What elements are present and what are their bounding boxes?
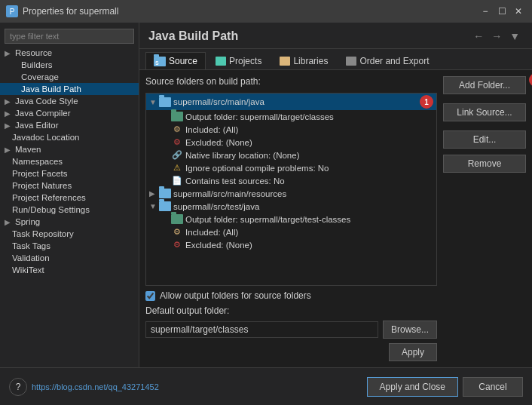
sidebar-item-label: Validation bbox=[12, 253, 50, 262]
tab-order-export[interactable]: Order and Export bbox=[338, 52, 437, 69]
sidebar-item-maven[interactable]: ▶ Maven bbox=[0, 143, 139, 155]
tree-item-label: Excluded: (None) bbox=[185, 138, 252, 147]
sidebar-item-task-tags[interactable]: Task Tags bbox=[0, 240, 139, 252]
gear-icon: ⚙ bbox=[171, 227, 183, 237]
sidebar-item-label: Resource bbox=[15, 48, 52, 57]
tab-projects-label: Projects bbox=[229, 56, 261, 66]
spacer bbox=[161, 112, 169, 121]
tree-item[interactable]: Output folder: supermall/target/classes bbox=[146, 110, 436, 123]
browse-button[interactable]: Browse... bbox=[383, 321, 437, 339]
spacer bbox=[161, 241, 169, 249]
spacer bbox=[161, 164, 169, 172]
expand-arrow-icon: ▼ bbox=[149, 202, 157, 210]
tab-projects[interactable]: Projects bbox=[207, 52, 270, 69]
sidebar-item-label: Task Tags bbox=[12, 241, 50, 250]
tree-item[interactable]: ⚙ Excluded: (None) bbox=[146, 136, 436, 149]
sidebar-item-javadoc-location[interactable]: Javadoc Location bbox=[0, 131, 139, 143]
apply-close-button[interactable]: Apply and Close bbox=[367, 377, 458, 397]
sidebar-item-spring[interactable]: ▶ Spring bbox=[0, 216, 139, 228]
tree-item[interactable]: Output folder: supermall/target/test-cla… bbox=[146, 213, 436, 226]
edit-button[interactable]: Edit... bbox=[443, 130, 526, 149]
sidebar-item-java-build-path[interactable]: Java Build Path bbox=[0, 83, 139, 95]
tree-item-label: Included: (All) bbox=[185, 228, 238, 237]
nav-dropdown-button[interactable]: ▼ bbox=[506, 29, 523, 44]
arrow-icon: ▶ bbox=[5, 109, 11, 118]
sidebar-item-builders[interactable]: Builders bbox=[0, 59, 139, 71]
gear-icon: ⚙ bbox=[171, 137, 183, 147]
output-folder-icon bbox=[171, 214, 183, 224]
nav-forward-button[interactable]: → bbox=[488, 29, 505, 44]
content-area: Java Build Path ← → ▼ S Source Projects bbox=[139, 23, 532, 367]
title-bar: P Properties for supermall − ☐ ✕ bbox=[0, 0, 532, 23]
default-output-label: Default output folder: bbox=[145, 305, 437, 316]
tree-item[interactable]: ⚙ Included: (All) bbox=[146, 123, 436, 136]
spacer bbox=[161, 138, 169, 146]
native-icon: 🔗 bbox=[171, 150, 183, 160]
sidebar-item-label: WikiText bbox=[12, 265, 44, 275]
link-source-button[interactable]: Link Source... bbox=[443, 103, 526, 121]
tree-item[interactable]: ▼ supermall/src/main/java 1 bbox=[146, 94, 436, 110]
warning-icon: ⚠ bbox=[171, 163, 183, 173]
sidebar-item-wikitext[interactable]: WikiText bbox=[0, 264, 139, 276]
arrow-icon: ▶ bbox=[5, 121, 11, 130]
sidebar-item-project-natures[interactable]: Project Natures bbox=[0, 179, 139, 192]
tree-item[interactable]: ▼ supermall/src/test/java bbox=[146, 200, 436, 213]
tab-source[interactable]: S Source bbox=[145, 52, 206, 69]
apply-button[interactable]: Apply bbox=[389, 343, 437, 361]
sidebar-item-resource[interactable]: ▶ Resource bbox=[0, 47, 139, 59]
url-text: https://blog.csdn.net/qq_43271452 bbox=[32, 382, 159, 391]
tree-item[interactable]: ⚙ Included: (All) bbox=[146, 226, 436, 238]
allow-output-checkbox[interactable] bbox=[145, 291, 155, 301]
sidebar-item-label: Java Compiler bbox=[15, 109, 71, 118]
close-button[interactable]: ✕ bbox=[511, 4, 526, 19]
tabs-bar: S Source Projects Libraries Order and Ex… bbox=[139, 49, 532, 70]
source-folders-label: Source folders on build path: bbox=[145, 76, 437, 87]
tree-item-label: Contains test sources: No bbox=[185, 176, 285, 186]
sidebar-item-namespaces[interactable]: Namespaces bbox=[0, 155, 139, 167]
allow-output-label: Allow output folders for source folders bbox=[160, 290, 311, 301]
badge-1: 1 bbox=[420, 95, 433, 109]
sidebar-item-java-compiler[interactable]: ▶ Java Compiler bbox=[0, 107, 139, 119]
output-folder-input[interactable] bbox=[145, 321, 378, 338]
spacer bbox=[161, 215, 169, 223]
tab-source-label: Source bbox=[169, 56, 197, 66]
sidebar: ▶ Resource Builders Coverage Java Build … bbox=[0, 23, 139, 367]
sidebar-item-project-references[interactable]: Project References bbox=[0, 192, 139, 204]
tree-item[interactable]: ▶ supermall/src/main/resources bbox=[146, 187, 436, 200]
cancel-button[interactable]: Cancel bbox=[463, 377, 523, 397]
libraries-tab-icon bbox=[280, 57, 290, 66]
help-button[interactable]: ? bbox=[9, 378, 27, 396]
tree-item[interactable]: ⚙ Excluded: (None) bbox=[146, 238, 436, 251]
add-folder-button[interactable]: Add Folder... bbox=[443, 76, 526, 94]
content-body: Source folders on build path: ▼ supermal… bbox=[139, 70, 532, 367]
tree-item[interactable]: 🔗 Native library location: (None) bbox=[146, 149, 436, 161]
tree-item-label: Ignore optional compile problems: No bbox=[185, 164, 329, 173]
sidebar-item-label: Namespaces bbox=[12, 157, 63, 166]
right-panel: Add Folder... 2 Link Source... Edit... R… bbox=[443, 76, 526, 361]
window-title: Properties for supermall bbox=[23, 6, 118, 17]
tab-libraries[interactable]: Libraries bbox=[271, 52, 336, 69]
tree-item[interactable]: ⚠ Ignore optional compile problems: No bbox=[146, 161, 436, 174]
sidebar-item-java-code-style[interactable]: ▶ Java Code Style bbox=[0, 95, 139, 107]
left-panel: Source folders on build path: ▼ supermal… bbox=[145, 76, 437, 361]
tree-container[interactable]: ▼ supermall/src/main/java 1 Output bbox=[145, 93, 437, 286]
sidebar-item-coverage[interactable]: Coverage bbox=[0, 71, 139, 83]
minimize-button[interactable]: − bbox=[478, 4, 493, 19]
tree-item-label: Output folder: supermall/target/test-cla… bbox=[185, 215, 350, 224]
gear-icon: ⚙ bbox=[171, 124, 183, 134]
arrow-icon: ▶ bbox=[5, 97, 11, 106]
sidebar-item-java-editor[interactable]: ▶ Java Editor bbox=[0, 119, 139, 131]
remove-button[interactable]: Remove bbox=[443, 155, 526, 173]
maximize-button[interactable]: ☐ bbox=[494, 4, 509, 19]
sidebar-item-validation[interactable]: Validation bbox=[0, 252, 139, 264]
tree-item[interactable]: 📄 Contains test sources: No bbox=[146, 174, 436, 187]
sidebar-item-task-repository[interactable]: Task Repository bbox=[0, 228, 139, 240]
filter-input[interactable] bbox=[5, 29, 134, 44]
sidebar-item-project-facets[interactable]: Project Facets bbox=[0, 167, 139, 179]
content-header: Java Build Path ← → ▼ bbox=[139, 23, 532, 49]
spacer bbox=[161, 125, 169, 133]
tree-item-label: Output folder: supermall/target/classes bbox=[185, 112, 334, 121]
nav-back-button[interactable]: ← bbox=[470, 29, 487, 44]
sidebar-item-run-debug[interactable]: Run/Debug Settings bbox=[0, 204, 139, 216]
sidebar-item-label: Task Repository bbox=[12, 229, 74, 238]
